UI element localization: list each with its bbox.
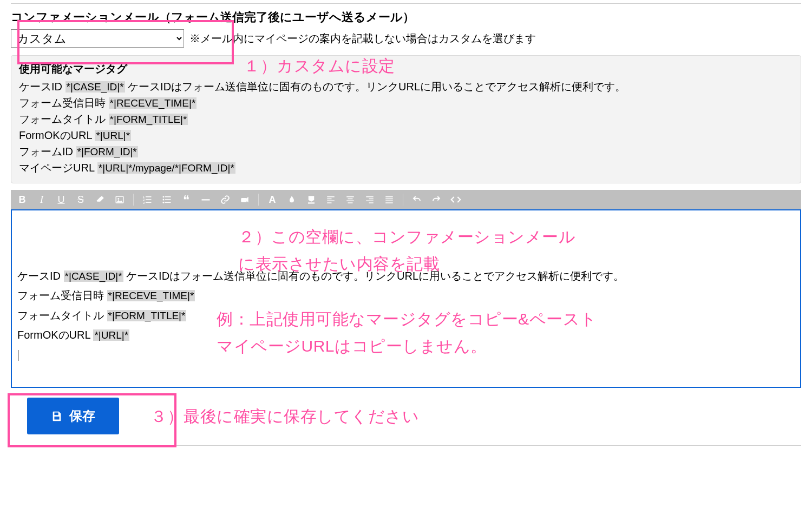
svg-text:3: 3 [143,201,145,204]
align-left-icon[interactable] [325,194,337,206]
unlink-icon[interactable] [239,194,251,206]
editor-line-desc: ケースIDはフォーム送信単位に固有のものです。リンクURLに用いることでアクセス… [123,270,625,282]
section-title: コンファメーションメール（フォーム送信完了後にユーザへ送るメール） [11,8,801,26]
svg-rect-27 [366,201,374,202]
select-hint: ※メール内にマイページの案内を記載しない場合はカスタムを選びます [189,30,536,47]
editor-line-token: *|CASE_ID|* [64,270,123,282]
svg-rect-31 [385,201,393,202]
confirmation-mail-editor[interactable]: ケースID *|CASE_ID|* ケースIDはフォーム送信単位に固有のものです… [11,209,801,388]
merge-tag-label: フォームタイトル [19,113,109,125]
merge-tag-row: マイページURL *|URL|*/mypage/*|FORM_ID|* [19,160,793,176]
editor-line-label: フォームタイトル [17,309,107,321]
svg-rect-22 [348,199,353,200]
svg-rect-14 [202,199,210,200]
select-row: カスタム ※メール内にマイページの案内を記載しない場合はカスタムを選びます [11,29,801,48]
merge-tag-desc: ケースIDはフォーム送信単位に固有のものです。リンクURLに用いることでアクセス… [125,81,626,93]
redo-icon[interactable] [430,194,442,206]
save-row: 保存 ３）最後に確実に保存してください [11,398,801,434]
quote-icon[interactable]: ❝ [180,194,192,206]
top-divider [11,3,801,4]
confirmation-mail-type-select[interactable]: カスタム [11,29,184,48]
save-button[interactable]: 保存 [27,398,119,434]
merge-tag-row: フォーム受信日時 *|RECEVE_TIME|* [19,95,793,111]
text-cursor [18,350,18,361]
svg-rect-23 [346,201,354,202]
link-icon[interactable] [219,194,231,206]
align-right-icon[interactable] [364,194,376,206]
editor-line-token: *|FORM_TITLE|* [107,310,187,321]
editor-line-label: FormOKのURL [17,329,93,341]
merge-tag-token: *|CASE_ID|* [66,81,125,93]
svg-rect-28 [369,202,374,203]
svg-rect-7 [146,202,152,203]
merge-tag-row: フォームタイトル *|FORM_TITLE|* [19,111,793,127]
svg-rect-11 [165,199,171,200]
merge-tag-token: *|RECEVE_TIME|* [109,97,197,109]
svg-rect-3 [146,196,152,197]
image-icon[interactable] [114,194,126,206]
svg-point-12 [163,202,165,203]
undo-icon[interactable] [411,194,423,206]
svg-rect-15 [241,198,247,202]
align-justify-icon[interactable] [383,194,395,206]
editor-toolbar: B I U S 123 ❝ A [11,190,801,209]
bottom-divider [11,445,801,446]
merge-tag-row: フォームID *|FORM_ID|* [19,144,793,160]
bold-icon[interactable]: B [16,194,28,206]
svg-rect-5 [146,199,152,200]
merge-tag-help-box: 使用可能なマージタグ ケースID *|CASE_ID|* ケースIDはフォーム送… [11,55,801,183]
merge-tag-token: *|URL|* [95,130,131,141]
merge-tag-row: FormOKのURL *|URL|* [19,128,793,143]
font-color-icon[interactable]: A [266,194,278,206]
merge-tag-label: フォームID [19,146,76,157]
save-icon [51,410,63,422]
merge-tag-label: フォーム受信日時 [19,97,109,109]
merge-tag-token: *|FORM_TITLE|* [109,114,188,125]
highlight-icon[interactable] [305,194,317,206]
svg-rect-26 [369,199,374,200]
editor-line: FormOKのURL *|URL|* [17,326,795,344]
merge-tag-token: *|FORM_ID|* [76,146,138,157]
svg-point-10 [163,199,165,201]
underline-icon[interactable]: U [55,194,67,206]
code-view-icon[interactable] [450,194,462,206]
align-center-icon[interactable] [344,194,356,206]
merge-tag-label: マイページURL [19,162,97,174]
editor-line-label: フォーム受信日時 [17,289,107,301]
ordered-list-icon[interactable]: 123 [141,194,153,206]
merge-tag-row: ケースID *|CASE_ID|* ケースIDはフォーム送信単位に固有のものです… [19,79,793,95]
annotation-3-text: ３）最後に確実に保存してください [150,404,419,428]
editor-line: フォーム受信日時 *|RECEVE_TIME|* [17,286,795,305]
hr-icon[interactable] [200,194,212,206]
strike-icon[interactable]: S [75,194,87,206]
svg-rect-24 [348,202,353,203]
italic-icon[interactable]: I [36,194,48,206]
svg-rect-18 [327,199,331,200]
editor-line: フォームタイトル *|FORM_TITLE|* [17,306,795,325]
svg-rect-9 [165,196,171,197]
svg-rect-29 [385,196,393,197]
unordered-list-icon[interactable] [161,194,173,206]
drop-icon[interactable] [286,194,298,206]
svg-rect-19 [327,201,335,202]
editor-line-token: *|URL|* [93,329,129,341]
merge-tag-label: FormOKのURL [19,129,95,141]
merge-tag-token: *|URL|*/mypage/*|FORM_ID|* [97,162,235,174]
svg-point-1 [117,198,119,200]
eraser-icon[interactable] [94,194,106,206]
svg-rect-30 [385,199,393,200]
svg-rect-13 [165,202,171,203]
editor-line: ケースID *|CASE_ID|* ケースIDはフォーム送信単位に固有のものです… [17,267,795,285]
merge-tag-label: ケースID [19,81,66,93]
svg-rect-21 [346,196,354,197]
svg-rect-16 [308,202,315,203]
svg-point-8 [163,196,165,197]
editor-line-label: ケースID [17,270,64,282]
svg-rect-32 [385,202,393,203]
merge-tag-heading: 使用可能なマージタグ [19,61,793,77]
svg-rect-17 [327,196,335,197]
editor-line-token: *|RECEVE_TIME|* [107,290,195,301]
svg-rect-25 [366,196,374,197]
save-button-label: 保存 [69,407,95,425]
svg-rect-20 [327,202,331,203]
